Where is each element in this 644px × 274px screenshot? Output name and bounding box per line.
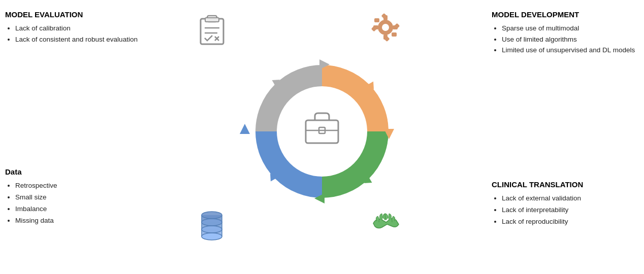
model-development-section: MODEL DEVELOPMENT Sparse use of multimod… — [492, 10, 639, 56]
svg-point-40 — [279, 88, 365, 175]
clinical-translation-section: CLINICAL TRANSLATION Lack of external va… — [492, 180, 639, 228]
list-item: Small size — [15, 192, 142, 203]
database-icon — [198, 208, 226, 243]
svg-marker-39 — [240, 124, 250, 134]
model-evaluation-title: MODEL EVALUATION — [5, 10, 142, 19]
circular-diagram — [236, 45, 408, 218]
svg-point-8 — [383, 25, 388, 30]
list-item: Lack of interpretability — [502, 204, 639, 216]
model-development-title: MODEL DEVELOPMENT — [492, 10, 639, 19]
model-evaluation-section: MODEL EVALUATION Lack of calibration Lac… — [5, 10, 142, 45]
svg-rect-2 — [205, 18, 219, 22]
data-title: Data — [5, 167, 142, 176]
list-item: Retrospective — [15, 180, 142, 192]
main-container: MODEL EVALUATION Lack of calibration Lac… — [0, 0, 644, 274]
model-evaluation-list: Lack of calibration Lack of consistent a… — [5, 23, 142, 45]
list-item: Limited use of unsupervised and DL model… — [502, 45, 639, 56]
gear-icon — [371, 13, 400, 44]
svg-rect-0 — [201, 19, 223, 44]
list-item: Imbalance — [15, 203, 142, 215]
clinical-translation-list: Lack of external validation Lack of inte… — [492, 193, 639, 228]
list-item: Missing data — [15, 215, 142, 227]
list-item: Lack of external validation — [502, 193, 639, 204]
model-development-list: Sparse use of multimodal Use of limited … — [492, 23, 639, 56]
list-item: Lack of calibration — [15, 23, 142, 34]
list-item: Lack of consistent and robust evaluation — [15, 34, 142, 45]
list-item: Lack of reproducibility — [502, 216, 639, 228]
list-item: Use of limited algorithms — [502, 34, 639, 45]
clinical-translation-title: CLINICAL TRANSLATION — [492, 180, 639, 189]
clipboard-icon — [198, 13, 226, 48]
svg-rect-17 — [374, 18, 379, 22]
data-list: Retrospective Small size Imbalance Missi… — [5, 180, 142, 227]
data-section: Data Retrospective Small size Imbalance … — [5, 167, 142, 227]
svg-rect-14 — [392, 32, 397, 37]
list-item: Sparse use of multimodal — [502, 23, 639, 34]
